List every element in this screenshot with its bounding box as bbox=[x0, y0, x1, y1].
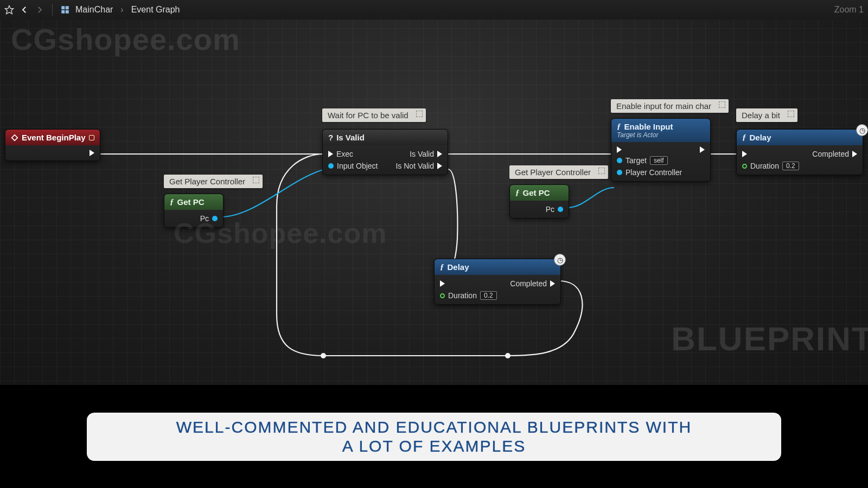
zoom-level-label: Zoom 1 bbox=[834, 5, 864, 15]
comment-enable-input[interactable]: Enable input for main char bbox=[611, 99, 729, 113]
blueprint-graph-editor[interactable]: MainChar › Event Graph Zoom 1 CGshopee.c… bbox=[0, 0, 868, 385]
banner-line-2: A LOT OF EXAMPLES bbox=[106, 437, 762, 456]
nav-forward-icon[interactable] bbox=[35, 5, 44, 15]
star-icon[interactable] bbox=[4, 5, 14, 15]
node-title: ƒ Delay bbox=[737, 130, 863, 145]
caption-banner: WELL-COMMENTED AND EDUCATIONAL BLUEPRINT… bbox=[87, 413, 781, 461]
isvalid-output-pin[interactable]: Is Valid bbox=[389, 150, 442, 158]
exec-input-pin[interactable] bbox=[742, 150, 799, 158]
exec-output-pin[interactable] bbox=[11, 150, 94, 156]
node-title-text: Is Valid bbox=[336, 133, 365, 142]
duration-input-pin[interactable]: Duration 0.2 bbox=[742, 162, 799, 170]
exec-input-pin[interactable] bbox=[440, 279, 497, 288]
svg-rect-2 bbox=[66, 6, 69, 9]
toolbar-separator bbox=[52, 4, 53, 16]
function-icon: ƒ bbox=[742, 133, 746, 142]
function-icon: ƒ bbox=[170, 197, 174, 207]
function-icon: ƒ bbox=[617, 122, 621, 131]
blueprint-watermark: BLUEPRINT bbox=[671, 319, 868, 358]
node-get-pc-2[interactable]: ƒ Get PC Pc bbox=[509, 184, 569, 219]
comment-get-pc-2[interactable]: Get Player Controller bbox=[509, 165, 608, 179]
breadcrumb-root[interactable]: MainChar bbox=[75, 5, 113, 15]
pc-output-pin[interactable]: Pc bbox=[515, 205, 563, 214]
breadcrumb-leaf[interactable]: Event Graph bbox=[131, 5, 180, 15]
comment-wait-pc[interactable]: Wait for PC to be valid bbox=[322, 108, 426, 122]
node-delay-2[interactable]: ◷ ƒ Delay Completed Duration 0.2 bbox=[736, 129, 863, 175]
node-delay-1[interactable]: ◷ ƒ Delay Completed Duration 0.2 bbox=[434, 259, 561, 305]
event-icon bbox=[11, 134, 18, 142]
comment-delay[interactable]: Delay a bit bbox=[736, 108, 797, 122]
editor-toolbar: MainChar › Event Graph Zoom 1 bbox=[0, 0, 868, 20]
svg-marker-5 bbox=[12, 134, 18, 140]
completed-output-pin[interactable]: Completed bbox=[807, 150, 857, 158]
question-icon: ? bbox=[328, 133, 333, 142]
node-title: ? Is Valid bbox=[323, 130, 448, 145]
nav-back-icon[interactable] bbox=[20, 5, 29, 15]
svg-rect-4 bbox=[66, 10, 69, 14]
function-icon: ƒ bbox=[440, 262, 444, 272]
node-title: ƒ Enable Input Target is Actor bbox=[611, 119, 710, 142]
watermark-mid: CGshopee.com bbox=[174, 217, 387, 249]
badge-icon bbox=[89, 135, 94, 140]
node-title-text: Event BeginPlay bbox=[22, 133, 86, 142]
node-title: ƒ Get PC bbox=[164, 194, 223, 210]
svg-marker-0 bbox=[5, 6, 14, 14]
node-title-text: Delay bbox=[750, 133, 771, 142]
node-title: ƒ Delay bbox=[435, 259, 560, 275]
chevron-right-icon: › bbox=[120, 5, 123, 15]
comment-get-pc-1[interactable]: Get Player Controller bbox=[164, 175, 263, 188]
node-title-text: Delay bbox=[448, 262, 469, 272]
target-value[interactable]: self bbox=[650, 156, 668, 165]
svg-rect-1 bbox=[61, 6, 65, 9]
watermark-top: CGshopee.com bbox=[11, 22, 240, 57]
player-controller-input-pin[interactable]: Player Controller bbox=[617, 168, 705, 177]
blueprint-icon[interactable] bbox=[60, 5, 70, 15]
node-enable-input[interactable]: ƒ Enable Input Target is Actor Target se… bbox=[611, 118, 711, 182]
duration-value[interactable]: 0.2 bbox=[480, 291, 497, 300]
target-input-pin[interactable]: Target self bbox=[617, 156, 705, 165]
clock-icon: ◷ bbox=[554, 254, 566, 266]
completed-output-pin[interactable]: Completed bbox=[505, 279, 555, 288]
node-is-valid[interactable]: ? Is Valid Exec Is Valid Input Object Is… bbox=[322, 129, 448, 175]
node-title-text: Enable Input bbox=[624, 122, 673, 131]
node-title: ƒ Get PC bbox=[510, 185, 569, 201]
function-icon: ƒ bbox=[515, 188, 520, 197]
node-title: Event BeginPlay bbox=[5, 130, 100, 145]
isnotvalid-output-pin[interactable]: Is Not Valid bbox=[389, 162, 442, 170]
duration-input-pin[interactable]: Duration 0.2 bbox=[440, 291, 497, 300]
svg-rect-3 bbox=[61, 10, 65, 14]
exec-output-pin[interactable] bbox=[665, 146, 705, 153]
input-object-pin[interactable]: Input Object bbox=[328, 162, 381, 170]
banner-line-1: WELL-COMMENTED AND EDUCATIONAL BLUEPRINT… bbox=[106, 418, 762, 437]
node-event-beginplay[interactable]: Event BeginPlay bbox=[5, 129, 100, 161]
exec-input-pin[interactable] bbox=[617, 146, 657, 153]
duration-value[interactable]: 0.2 bbox=[782, 162, 799, 170]
node-title-text: Get PC bbox=[177, 197, 205, 207]
clock-icon: ◷ bbox=[856, 124, 868, 136]
node-title-text: Get PC bbox=[523, 188, 550, 197]
node-subtitle: Target is Actor bbox=[617, 131, 705, 139]
exec-input-pin[interactable]: Exec bbox=[328, 150, 381, 158]
